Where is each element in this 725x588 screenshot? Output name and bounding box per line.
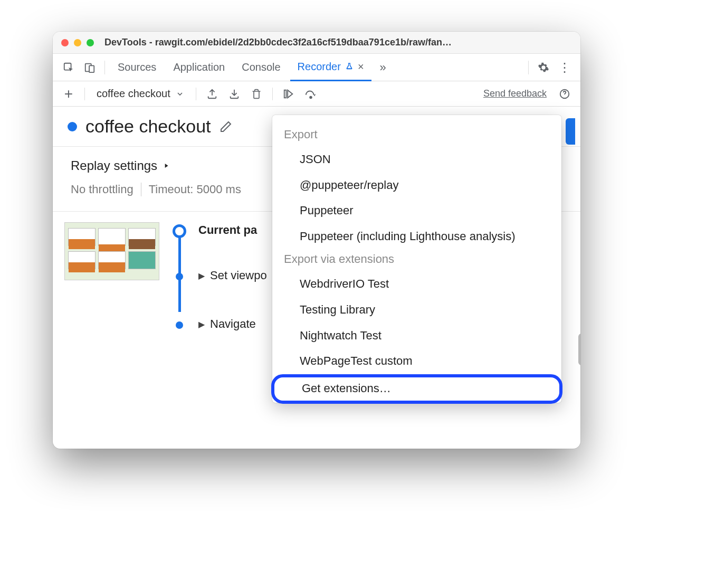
export-puppeteer[interactable]: Puppeteer bbox=[272, 198, 561, 224]
tab-label: Application bbox=[173, 61, 225, 73]
dropdown-section-extensions: Export via extensions bbox=[272, 249, 561, 271]
page-thumbnail bbox=[64, 222, 159, 280]
export-webpagetest[interactable]: WebPageTest custom bbox=[272, 348, 561, 374]
chevron-right-icon: ▶ bbox=[198, 271, 205, 281]
experiment-icon bbox=[345, 62, 354, 71]
step-label: Set viewpo bbox=[210, 269, 267, 282]
import-icon[interactable] bbox=[225, 84, 244, 103]
unsaved-indicator-icon bbox=[68, 122, 77, 131]
scrollbar-thumb[interactable] bbox=[578, 334, 580, 365]
svg-rect-2 bbox=[89, 65, 94, 72]
timeline-line bbox=[178, 231, 181, 312]
inspect-element-icon[interactable] bbox=[59, 58, 78, 77]
recorder-toolbar: + coffee checkout Send feedback bbox=[53, 81, 580, 107]
tab-recorder[interactable]: Recorder × bbox=[290, 54, 371, 81]
svg-rect-3 bbox=[284, 90, 286, 98]
divider bbox=[196, 88, 196, 100]
tab-application[interactable]: Application bbox=[166, 54, 232, 81]
chevron-right-icon: ▶ bbox=[198, 319, 205, 329]
divider bbox=[104, 61, 105, 74]
tab-sources[interactable]: Sources bbox=[110, 54, 164, 81]
step-label: Navigate bbox=[210, 317, 256, 331]
tab-label: Console bbox=[242, 61, 280, 73]
svg-point-4 bbox=[310, 96, 312, 98]
step-current-page[interactable]: Current pa bbox=[198, 223, 257, 237]
tab-console[interactable]: Console bbox=[234, 54, 288, 81]
recording-select[interactable]: coffee checkout bbox=[91, 88, 189, 100]
timeline-node-icon bbox=[176, 321, 183, 329]
recording-title: coffee checkout bbox=[85, 116, 211, 137]
more-tabs-icon[interactable]: » bbox=[374, 58, 393, 77]
add-recording-icon[interactable]: + bbox=[59, 84, 78, 103]
delete-icon[interactable] bbox=[247, 84, 266, 103]
divider bbox=[528, 61, 529, 74]
export-json[interactable]: JSON bbox=[272, 147, 561, 173]
dropdown-section-export: Export bbox=[272, 125, 561, 147]
close-tab-icon[interactable]: × bbox=[358, 61, 364, 73]
timeout-value: Timeout: 5000 ms bbox=[149, 183, 241, 196]
replay-label-text: Replay settings bbox=[71, 158, 157, 173]
step-over-icon[interactable] bbox=[301, 84, 320, 103]
divider bbox=[272, 88, 273, 100]
step-navigate[interactable]: ▶ Navigate bbox=[198, 317, 256, 331]
kebab-menu-icon[interactable]: ⋮ bbox=[555, 58, 574, 77]
devtools-tabbar: Sources Application Console Recorder × »… bbox=[53, 54, 580, 81]
edit-icon[interactable] bbox=[220, 120, 232, 133]
export-dropdown: Export JSON @puppeteer/replay Puppeteer … bbox=[272, 115, 561, 403]
tab-label: Sources bbox=[118, 61, 156, 73]
send-feedback-link[interactable]: Send feedback bbox=[483, 88, 547, 99]
replay-button[interactable] bbox=[566, 118, 575, 145]
export-nightwatch[interactable]: Nightwatch Test bbox=[272, 323, 561, 349]
timeline-node-icon bbox=[176, 273, 183, 280]
help-icon[interactable] bbox=[555, 84, 574, 103]
window-title: DevTools - rawgit.com/ebidel/2d2bb0cdec3… bbox=[104, 37, 572, 48]
divider bbox=[84, 88, 85, 100]
get-extensions[interactable]: Get extensions… bbox=[271, 374, 562, 404]
zoom-icon[interactable] bbox=[87, 39, 94, 46]
step-icon[interactable] bbox=[279, 84, 298, 103]
export-puppeteer-replay[interactable]: @puppeteer/replay bbox=[272, 173, 561, 198]
export-testing-library[interactable]: Testing Library bbox=[272, 297, 561, 323]
chevron-down-icon bbox=[176, 90, 184, 98]
devtools-window: DevTools - rawgit.com/ebidel/2d2bb0cdec3… bbox=[53, 32, 580, 449]
traffic-lights bbox=[61, 39, 94, 46]
step-label: Current pa bbox=[198, 223, 257, 237]
divider bbox=[141, 183, 141, 196]
tab-label: Recorder bbox=[298, 61, 341, 73]
export-icon[interactable] bbox=[203, 84, 222, 103]
chevron-right-icon bbox=[163, 162, 170, 169]
recording-select-label: coffee checkout bbox=[97, 88, 170, 100]
throttle-value: No throttling bbox=[71, 183, 133, 196]
device-toolbar-icon[interactable] bbox=[80, 58, 99, 77]
titlebar: DevTools - rawgit.com/ebidel/2d2bb0cdec3… bbox=[53, 32, 580, 54]
close-icon[interactable] bbox=[61, 39, 69, 46]
timeline-start-icon bbox=[173, 224, 186, 238]
export-puppeteer-lighthouse[interactable]: Puppeteer (including Lighthouse analysis… bbox=[272, 224, 561, 250]
export-webdriverio[interactable]: WebdriverIO Test bbox=[272, 271, 561, 297]
step-set-viewport[interactable]: ▶ Set viewpo bbox=[198, 269, 267, 282]
settings-icon[interactable] bbox=[534, 58, 553, 77]
minimize-icon[interactable] bbox=[74, 39, 81, 46]
